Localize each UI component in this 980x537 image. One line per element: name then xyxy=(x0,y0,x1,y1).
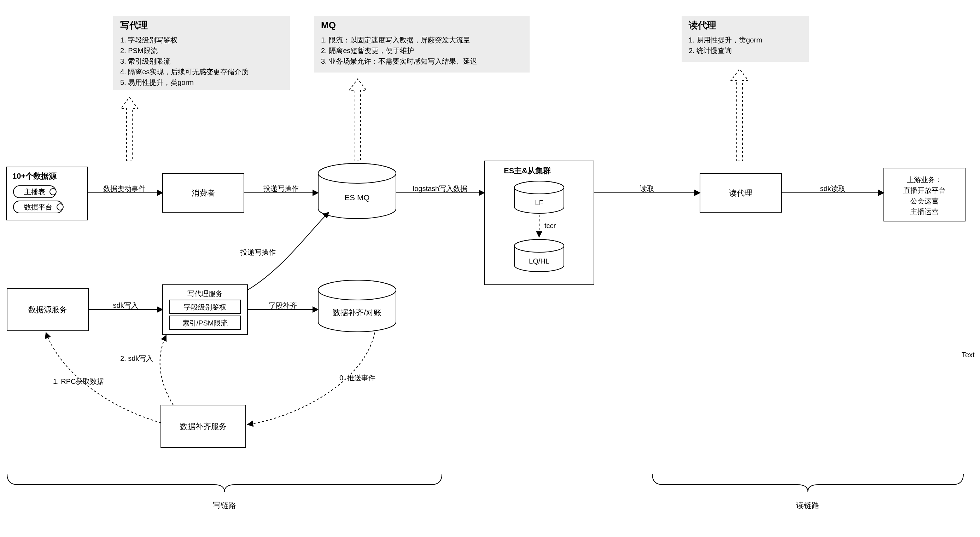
svg-text:1. 易用性提升，类gorm: 1. 易用性提升，类gorm xyxy=(689,36,762,44)
svg-text:写代理服务: 写代理服务 xyxy=(188,290,223,298)
box-es-cluster: ES主&从集群 LF tccr LQ/HL xyxy=(484,161,594,285)
box-esmq: ES MQ xyxy=(318,163,396,218)
svg-text:主播运营: 主播运营 xyxy=(910,208,939,215)
svg-text:2. PSM限流: 2. PSM限流 xyxy=(120,47,158,54)
edge-sdk-read: sdk读取 xyxy=(820,185,845,193)
svg-text:tccr: tccr xyxy=(544,222,556,229)
note-mq-title: MQ xyxy=(321,20,336,30)
svg-text:索引/PSM限流: 索引/PSM限流 xyxy=(183,319,228,327)
svg-text:10+个数据源: 10+个数据源 xyxy=(13,172,57,180)
stray-text: Text xyxy=(962,351,975,359)
svg-text:3. 业务场景允许：不需要实时感知写入结果、延迟: 3. 业务场景允许：不需要实时感知写入结果、延迟 xyxy=(321,57,477,65)
edge-sdk-write-2: 2. sdk写入 xyxy=(120,354,153,362)
edge-push-event: 0. 推送事件 xyxy=(339,374,375,382)
edge-deliver-2: 投递写操作 xyxy=(240,249,276,256)
svg-text:1. 限流：以固定速度写入数据，屏蔽突发大流量: 1. 限流：以固定速度写入数据，屏蔽突发大流量 xyxy=(321,36,470,44)
note-write-title: 写代理 xyxy=(120,20,148,30)
box-datasource-service: 数据源服务 xyxy=(7,288,88,331)
note-read-title: 读代理 xyxy=(688,20,716,30)
edge-read: 读取 xyxy=(640,185,654,193)
svg-text:数据源服务: 数据源服务 xyxy=(28,305,67,314)
svg-text:数据平台: 数据平台 xyxy=(24,203,52,211)
svg-text:2. 隔离es短暂变更，便于维护: 2. 隔离es短暂变更，便于维护 xyxy=(321,47,414,54)
svg-text:数据补齐服务: 数据补齐服务 xyxy=(180,422,227,431)
section-read: 读链路 xyxy=(796,501,819,510)
svg-point-34 xyxy=(514,239,564,252)
svg-text:数据补齐/对账: 数据补齐/对账 xyxy=(332,308,382,317)
note-write-proxy: 写代理 1. 字段级别写鉴权 2. PSM限流 3. 索引级别限流 4. 隔离e… xyxy=(113,16,290,90)
box-align-service: 数据补齐服务 xyxy=(161,405,246,448)
svg-text:公会运营: 公会运营 xyxy=(910,197,939,205)
svg-text:字段级别鉴权: 字段级别鉴权 xyxy=(184,303,226,311)
box-write-proxy: 写代理服务 字段级别鉴权 索引/PSM限流 xyxy=(162,285,248,334)
svg-text:主播表: 主播表 xyxy=(24,188,45,196)
box-read-proxy: 读代理 xyxy=(700,173,781,212)
svg-point-52 xyxy=(318,280,396,300)
svg-text:上游业务：: 上游业务： xyxy=(907,176,942,183)
edge-rpc: 1. RPC获取数据 xyxy=(53,378,104,385)
edge-sdk-write: sdk写入 xyxy=(113,301,138,309)
svg-text:3. 索引级别限流: 3. 索引级别限流 xyxy=(120,57,170,65)
svg-text:消费者: 消费者 xyxy=(192,188,215,198)
svg-text:ES主&从集群: ES主&从集群 xyxy=(504,166,551,175)
note-read-proxy: 读代理 1. 易用性提升，类gorm 2. 统计慢查询 xyxy=(682,16,809,62)
note-mq: MQ 1. 限流：以固定速度写入数据，屏蔽突发大流量 2. 隔离es短暂变更，便… xyxy=(314,16,530,73)
svg-text:LQ/HL: LQ/HL xyxy=(529,257,549,265)
svg-text:直播开放平台: 直播开放平台 xyxy=(903,186,946,194)
edge-deliver-1: 投递写操作 xyxy=(263,185,299,193)
box-datasource: 10+个数据源 主播表 数据平台 xyxy=(6,167,88,220)
edge-data-change: 数据变动事件 xyxy=(103,185,146,193)
svg-text:4. 隔离es实现，后续可无感变更存储介质: 4. 隔离es实现，后续可无感变更存储介质 xyxy=(120,68,248,76)
box-consumer: 消费者 xyxy=(162,173,244,212)
svg-point-17 xyxy=(50,188,56,195)
svg-text:1. 字段级别写鉴权: 1. 字段级别写鉴权 xyxy=(120,36,178,44)
box-upstream: 上游业务： 直播开放平台 公会运营 主播运营 xyxy=(884,168,965,221)
svg-point-24 xyxy=(318,163,396,183)
edge-logstash: logstash写入数据 xyxy=(413,185,468,193)
svg-text:5. 易用性提升，类gorm: 5. 易用性提升，类gorm xyxy=(120,78,194,86)
svg-text:ES MQ: ES MQ xyxy=(345,193,370,202)
svg-point-20 xyxy=(57,204,63,210)
svg-text:LF: LF xyxy=(535,199,543,207)
svg-point-29 xyxy=(514,181,564,194)
box-align: 数据补齐/对账 xyxy=(318,280,396,332)
svg-text:2. 统计慢查询: 2. 统计慢查询 xyxy=(689,47,732,54)
edge-field-fill: 字段补齐 xyxy=(269,301,297,309)
section-write: 写链路 xyxy=(213,501,236,510)
svg-text:读代理: 读代理 xyxy=(729,188,752,198)
